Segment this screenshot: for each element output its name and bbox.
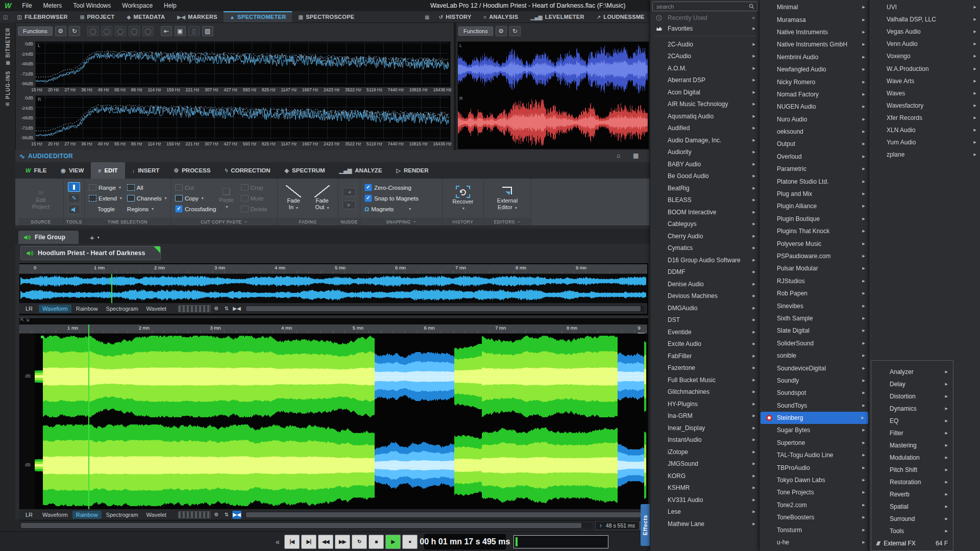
menu-item-excite-audio[interactable]: Excite Audio▶ bbox=[650, 338, 760, 350]
channel-mode-button[interactable]: LR bbox=[26, 306, 33, 312]
home-icon[interactable]: ⌂ bbox=[617, 152, 620, 159]
crossfading-checkbox[interactable]: ✓Crossfading bbox=[175, 205, 216, 213]
tab-insert[interactable]: ↓INSERT bbox=[125, 162, 167, 179]
vertical-zoom-icon[interactable]: ⇅ bbox=[222, 305, 231, 313]
vertical-zoom-icon[interactable]: ⇅ bbox=[222, 511, 231, 519]
category-item-reverb[interactable]: Reverb▶ bbox=[871, 488, 953, 500]
category-item-mastering[interactable]: Mastering▶ bbox=[871, 439, 953, 452]
category-item-surround[interactable]: Surround▶ bbox=[871, 513, 953, 525]
settings-gear-icon[interactable]: ⚙ bbox=[212, 511, 221, 519]
zero-crossing-checkbox[interactable]: ✓Zero-Crossing bbox=[364, 184, 419, 191]
menu-item-w-a-production[interactable]: W.A.Production▶ bbox=[869, 62, 980, 74]
category-item-spatial[interactable]: Spatial▶ bbox=[871, 500, 953, 513]
crop-button[interactable]: Crop bbox=[241, 184, 267, 191]
record-button[interactable]: ● bbox=[402, 535, 418, 549]
channel-mode-button[interactable]: LR bbox=[26, 512, 33, 518]
overview-scrollbar[interactable] bbox=[246, 306, 644, 312]
mode-waveform[interactable]: Waveform bbox=[39, 511, 71, 519]
category-item-analyzer[interactable]: Analyzer▶ bbox=[871, 366, 953, 378]
time-selection-tool-button[interactable] bbox=[68, 182, 80, 192]
tab-filebrowser[interactable]: ◫FILEBROWSER bbox=[11, 11, 74, 22]
grid-icon[interactable]: ▦ bbox=[633, 152, 639, 159]
main-ruler[interactable]: 1 mn2 mn3 mn4 mn5 mn6 mn7 mn8 mn9 mn bbox=[19, 324, 647, 334]
menu-item-tbproaudio[interactable]: TBProAudio▶ bbox=[760, 461, 869, 473]
playback-tool-button[interactable] bbox=[68, 205, 80, 214]
tab-process[interactable]: ⚙PROCESS bbox=[166, 162, 217, 179]
menu-item-muramasa[interactable]: Muramasa▶ bbox=[760, 13, 869, 26]
refresh-icon[interactable]: ↻ bbox=[69, 26, 80, 36]
menu-item-dst[interactable]: DST▶ bbox=[650, 314, 760, 327]
tab-metadata[interactable]: ◆METADATA bbox=[121, 11, 172, 22]
menu-item-kshmr[interactable]: KSHMR▶ bbox=[650, 482, 760, 494]
menu-item-plugins-that-knock[interactable]: Plugins That Knock▶ bbox=[760, 225, 869, 237]
category-item-eq[interactable]: EQ▶ bbox=[871, 415, 953, 427]
forward-button[interactable]: ▶▶ bbox=[335, 535, 350, 549]
snapshot-2-icon[interactable]: ◯ bbox=[101, 26, 112, 36]
functions-button[interactable]: Functions bbox=[458, 27, 493, 36]
menu-item-fabfilter[interactable]: FabFilter▶ bbox=[650, 350, 760, 362]
mode-rainbow[interactable]: Rainbow bbox=[72, 511, 102, 519]
tab-edit[interactable]: eEDIT bbox=[91, 162, 125, 179]
category-item-modulation[interactable]: Modulation▶ bbox=[871, 452, 953, 464]
menu-item-cableguys[interactable]: Cableguys▶ bbox=[650, 218, 760, 231]
mode-rainbow[interactable]: Rainbow bbox=[72, 305, 102, 313]
menu-meters[interactable]: Meters bbox=[38, 0, 68, 11]
rail-bitmeter[interactable]: ▦BITMETER bbox=[5, 28, 11, 66]
extend-button[interactable]: Extend▾ bbox=[89, 195, 122, 202]
overview-waveform[interactable] bbox=[20, 274, 646, 303]
menu-item-jmgsound[interactable]: JMGSound▶ bbox=[650, 458, 760, 470]
mode-wavelet[interactable]: Wavelet bbox=[143, 511, 170, 519]
menu-item-nuro-audio[interactable]: Nuro Audio▶ bbox=[760, 113, 869, 126]
menu-item-glitchmachines[interactable]: Glitchmachines▶ bbox=[650, 386, 760, 398]
menu-item-valhalla-dsp-llc[interactable]: Valhalla DSP, LLC▶ bbox=[869, 13, 980, 26]
menu-item-plugin-alliance[interactable]: Plugin Alliance▶ bbox=[760, 200, 869, 212]
menu-item-audio-damage-inc[interactable]: Audio Damage, Inc.▶ bbox=[650, 134, 760, 146]
menu-item-wavesfactory[interactable]: Wavesfactory▶ bbox=[869, 99, 980, 112]
mode-waveform[interactable]: Waveform bbox=[39, 305, 71, 313]
stop-button[interactable]: ■ bbox=[369, 535, 384, 549]
range-button[interactable]: Range▾ bbox=[89, 184, 122, 191]
copy-button[interactable]: Copy▾ bbox=[175, 195, 216, 202]
menu-item-minimal[interactable]: Minimal▶ bbox=[760, 1, 869, 13]
fit-view-icon[interactable]: ▶◀ bbox=[232, 511, 241, 519]
settings-gear-icon[interactable]: ⚙ bbox=[496, 26, 507, 36]
snapshot-5-icon[interactable]: ◯ bbox=[142, 26, 154, 36]
menu-item-ina-grm[interactable]: Ina-GRM▶ bbox=[650, 410, 760, 422]
fade-in-button[interactable]: FadeIn ▾ bbox=[283, 184, 304, 212]
menu-item-yum-audio[interactable]: Yum Audio▶ bbox=[869, 136, 980, 148]
menu-item-supertone[interactable]: Supertone▶ bbox=[760, 437, 869, 449]
category-item-filter[interactable]: Filter▶ bbox=[871, 427, 953, 439]
edit-cursor-icons[interactable]: ⇱ ⇲ bbox=[20, 317, 30, 322]
select-all-button[interactable]: All bbox=[127, 184, 167, 191]
paste-button[interactable]: ❏ Paste▾ bbox=[216, 186, 236, 211]
file-tab[interactable]: Hoodlum Priest - Heart of Darkness bbox=[20, 246, 161, 260]
nudge-left-button[interactable]: ◀ bbox=[342, 188, 356, 196]
marker-green[interactable] bbox=[41, 336, 44, 338]
edit-project-button[interactable]: » EditProject bbox=[29, 186, 53, 211]
menu-item-nomad-factory[interactable]: Nomad Factory▶ bbox=[760, 88, 869, 101]
cut-button[interactable]: Cut bbox=[175, 184, 216, 191]
menu-item-overloud[interactable]: Overloud▶ bbox=[760, 151, 869, 163]
menu-item-audiority[interactable]: Audiority▶ bbox=[650, 146, 760, 159]
menu-item-xln-audio[interactable]: XLN Audio▶ bbox=[869, 124, 980, 136]
tab-markers[interactable]: ▶◀MARKERS bbox=[171, 11, 224, 22]
zoom-slider[interactable] bbox=[178, 305, 211, 312]
camera-icon[interactable]: ▣ bbox=[175, 26, 186, 36]
menu-item-eventide[interactable]: Eventide▶ bbox=[650, 326, 760, 338]
menu-item-instantaudio[interactable]: InstantAudio▶ bbox=[650, 434, 760, 446]
category-item-dynamics[interactable]: Dynamics▶ bbox=[871, 403, 953, 415]
menu-item-plug-and-mix[interactable]: Plug and Mix▶ bbox=[760, 188, 869, 200]
tab-project[interactable]: ⊞PROJECT bbox=[74, 11, 121, 22]
image-icon[interactable]: ▨ bbox=[202, 26, 213, 36]
menu-item-external-fx[interactable]: /// External FX 64 F bbox=[871, 537, 953, 549]
menu-item-full-bucket-music[interactable]: Full Bucket Music▶ bbox=[650, 374, 760, 386]
menu-item-hy-plugins[interactable]: HY-Plugins▶ bbox=[650, 398, 760, 410]
menu-item-zplane[interactable]: zplane▶ bbox=[869, 148, 980, 161]
menu-item-nembrini-audio[interactable]: Nembrini Audio▶ bbox=[760, 51, 869, 63]
menu-item-parametric[interactable]: Parametric▶ bbox=[760, 163, 869, 175]
go-to-start-button[interactable]: |◀ bbox=[284, 535, 300, 549]
goto-start-icon[interactable]: ⇤ bbox=[161, 26, 172, 36]
add-file-group-button[interactable]: +▾ bbox=[90, 231, 100, 244]
menu-item-denise-audio[interactable]: Denise Audio▶ bbox=[650, 278, 760, 290]
menu-item-favorites[interactable]: Favorites▶ bbox=[650, 23, 760, 34]
